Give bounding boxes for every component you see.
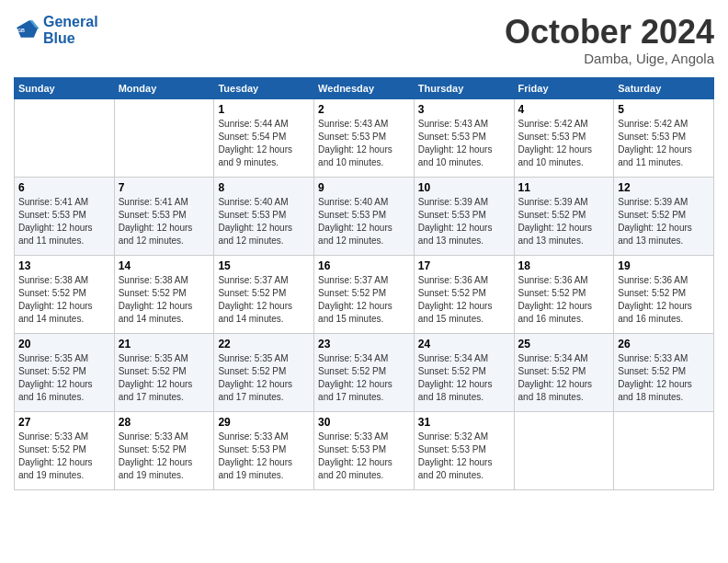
daylight-minutes: and 11 minutes. bbox=[18, 236, 84, 246]
daylight-hours: Daylight: 12 hours bbox=[318, 144, 392, 155]
logo: GB General Blue bbox=[14, 14, 98, 48]
calendar-cell: 2Sunrise: 5:43 AMSunset: 5:53 PMDaylight… bbox=[314, 98, 415, 177]
day-info: Sunrise: 5:36 AMSunset: 5:52 PMDaylight:… bbox=[418, 274, 510, 326]
day-number: 12 bbox=[618, 181, 710, 194]
daylight-hours: Daylight: 12 hours bbox=[318, 457, 392, 467]
sunset-time: Sunset: 5:54 PM bbox=[218, 132, 286, 142]
sunset-time: Sunset: 5:52 PM bbox=[318, 366, 386, 376]
day-number: 31 bbox=[418, 416, 510, 429]
daylight-hours: Daylight: 12 hours bbox=[318, 379, 392, 389]
daylight-hours: Daylight: 12 hours bbox=[119, 457, 193, 467]
daylight-hours: Daylight: 12 hours bbox=[618, 223, 692, 233]
daylight-hours: Daylight: 12 hours bbox=[218, 457, 292, 467]
day-number: 16 bbox=[318, 259, 410, 272]
day-number: 17 bbox=[418, 259, 510, 272]
day-number: 1 bbox=[218, 103, 310, 116]
daylight-hours: Daylight: 12 hours bbox=[418, 223, 493, 233]
daylight-hours: Daylight: 12 hours bbox=[18, 457, 93, 467]
calendar-cell: 30Sunrise: 5:33 AMSunset: 5:53 PMDayligh… bbox=[314, 411, 415, 489]
daylight-minutes: and 14 minutes. bbox=[218, 314, 283, 324]
sunset-time: Sunset: 5:53 PM bbox=[218, 444, 286, 454]
daylight-minutes: and 18 minutes. bbox=[618, 392, 683, 402]
header: GB General Blue October 2024 Damba, Uige… bbox=[14, 14, 714, 66]
sunset-time: Sunset: 5:53 PM bbox=[119, 210, 187, 220]
daylight-minutes: and 13 minutes. bbox=[518, 236, 584, 246]
daylight-minutes: and 13 minutes. bbox=[618, 236, 683, 246]
sunrise-time: Sunrise: 5:38 AM bbox=[119, 275, 188, 285]
day-info: Sunrise: 5:38 AMSunset: 5:52 PMDaylight:… bbox=[119, 274, 210, 326]
calendar-cell: 6Sunrise: 5:41 AMSunset: 5:53 PMDaylight… bbox=[15, 177, 115, 255]
sunrise-time: Sunrise: 5:36 AM bbox=[618, 275, 688, 285]
daylight-hours: Daylight: 12 hours bbox=[119, 379, 193, 389]
day-info: Sunrise: 5:33 AMSunset: 5:53 PMDaylight:… bbox=[318, 431, 410, 482]
sunset-time: Sunset: 5:52 PM bbox=[18, 444, 86, 454]
calendar-cell: 20Sunrise: 5:35 AMSunset: 5:52 PMDayligh… bbox=[15, 333, 115, 411]
day-info: Sunrise: 5:43 AMSunset: 5:53 PMDaylight:… bbox=[318, 118, 410, 169]
daylight-hours: Daylight: 12 hours bbox=[318, 301, 392, 311]
day-info: Sunrise: 5:33 AMSunset: 5:52 PMDaylight:… bbox=[618, 352, 710, 404]
calendar-cell: 29Sunrise: 5:33 AMSunset: 5:53 PMDayligh… bbox=[214, 411, 314, 489]
sunrise-time: Sunrise: 5:33 AM bbox=[218, 431, 288, 442]
daylight-minutes: and 19 minutes. bbox=[218, 470, 283, 480]
sunset-time: Sunset: 5:52 PM bbox=[218, 366, 286, 376]
month-title: October 2024 bbox=[505, 14, 714, 51]
day-number: 13 bbox=[18, 259, 110, 272]
calendar-cell: 8Sunrise: 5:40 AMSunset: 5:53 PMDaylight… bbox=[214, 177, 314, 255]
daylight-minutes: and 17 minutes. bbox=[218, 392, 283, 402]
location-subtitle: Damba, Uige, Angola bbox=[505, 51, 714, 66]
logo-general: General bbox=[43, 14, 98, 29]
day-number: 30 bbox=[318, 416, 410, 429]
day-info: Sunrise: 5:33 AMSunset: 5:52 PMDaylight:… bbox=[119, 431, 210, 482]
sunrise-time: Sunrise: 5:35 AM bbox=[119, 353, 188, 363]
day-info: Sunrise: 5:39 AMSunset: 5:52 PMDaylight:… bbox=[518, 196, 610, 247]
sunrise-time: Sunrise: 5:41 AM bbox=[119, 197, 188, 207]
daylight-minutes: and 16 minutes. bbox=[518, 314, 584, 324]
week-row-2: 6Sunrise: 5:41 AMSunset: 5:53 PMDaylight… bbox=[15, 177, 714, 255]
calendar-cell: 15Sunrise: 5:37 AMSunset: 5:52 PMDayligh… bbox=[214, 255, 314, 333]
day-number: 25 bbox=[518, 338, 610, 350]
daylight-hours: Daylight: 12 hours bbox=[218, 223, 292, 233]
sunset-time: Sunset: 5:53 PM bbox=[518, 132, 586, 142]
calendar-cell: 28Sunrise: 5:33 AMSunset: 5:52 PMDayligh… bbox=[114, 411, 214, 489]
sunrise-time: Sunrise: 5:39 AM bbox=[618, 197, 688, 207]
calendar-cell bbox=[514, 411, 614, 489]
sunset-time: Sunset: 5:52 PM bbox=[18, 366, 86, 376]
daylight-minutes: and 20 minutes. bbox=[418, 470, 483, 480]
daylight-minutes: and 10 minutes. bbox=[318, 157, 383, 167]
daylight-minutes: and 12 minutes. bbox=[218, 236, 283, 246]
day-info: Sunrise: 5:34 AMSunset: 5:52 PMDaylight:… bbox=[418, 352, 510, 404]
daylight-minutes: and 10 minutes. bbox=[418, 157, 483, 167]
calendar-cell: 1Sunrise: 5:44 AMSunset: 5:54 PMDaylight… bbox=[214, 98, 314, 177]
day-number: 28 bbox=[119, 416, 210, 429]
day-number: 18 bbox=[518, 259, 610, 272]
day-info: Sunrise: 5:40 AMSunset: 5:53 PMDaylight:… bbox=[318, 196, 410, 247]
sunrise-time: Sunrise: 5:32 AM bbox=[418, 431, 488, 442]
daylight-hours: Daylight: 12 hours bbox=[618, 301, 692, 311]
daylight-hours: Daylight: 12 hours bbox=[418, 301, 493, 311]
day-number: 15 bbox=[218, 259, 310, 272]
daylight-minutes: and 20 minutes. bbox=[318, 470, 383, 480]
day-number: 22 bbox=[218, 338, 310, 350]
day-number: 19 bbox=[618, 259, 710, 272]
day-info: Sunrise: 5:41 AMSunset: 5:53 PMDaylight:… bbox=[18, 196, 110, 247]
daylight-minutes: and 10 minutes. bbox=[518, 157, 584, 167]
day-info: Sunrise: 5:35 AMSunset: 5:52 PMDaylight:… bbox=[18, 352, 110, 404]
sunset-time: Sunset: 5:53 PM bbox=[418, 210, 486, 220]
day-number: 8 bbox=[218, 181, 310, 194]
day-info: Sunrise: 5:38 AMSunset: 5:52 PMDaylight:… bbox=[18, 274, 110, 326]
sunrise-time: Sunrise: 5:42 AM bbox=[618, 119, 688, 129]
sunset-time: Sunset: 5:53 PM bbox=[618, 132, 686, 142]
day-info: Sunrise: 5:34 AMSunset: 5:52 PMDaylight:… bbox=[318, 352, 410, 404]
day-info: Sunrise: 5:35 AMSunset: 5:52 PMDaylight:… bbox=[218, 352, 310, 404]
day-info: Sunrise: 5:32 AMSunset: 5:53 PMDaylight:… bbox=[418, 431, 510, 482]
daylight-minutes: and 13 minutes. bbox=[418, 236, 483, 246]
sunrise-time: Sunrise: 5:34 AM bbox=[418, 353, 488, 363]
day-number: 7 bbox=[119, 181, 210, 194]
daylight-minutes: and 14 minutes. bbox=[119, 314, 184, 324]
day-info: Sunrise: 5:33 AMSunset: 5:52 PMDaylight:… bbox=[18, 431, 110, 482]
day-info: Sunrise: 5:34 AMSunset: 5:52 PMDaylight:… bbox=[518, 352, 610, 404]
calendar-cell: 27Sunrise: 5:33 AMSunset: 5:52 PMDayligh… bbox=[15, 411, 115, 489]
sunrise-time: Sunrise: 5:40 AM bbox=[218, 197, 288, 207]
daylight-hours: Daylight: 12 hours bbox=[18, 379, 93, 389]
day-info: Sunrise: 5:36 AMSunset: 5:52 PMDaylight:… bbox=[518, 274, 610, 326]
